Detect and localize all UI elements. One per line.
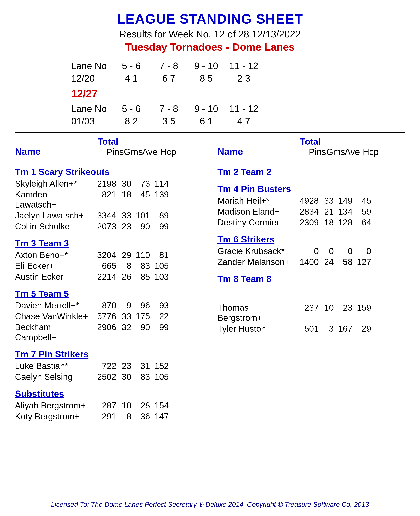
player-row: Eli Ecker+ 665 8 83 105 xyxy=(15,261,210,271)
page-title: LEAGUE STANDING SHEET xyxy=(15,11,405,27)
lane-group-3: 9 - 10 xyxy=(188,60,225,71)
left-teams: Tm 1 Scary Strikeouts Skyleigh Allen+* 2… xyxy=(15,167,210,428)
lane-no-label-2: Lane No xyxy=(71,103,112,114)
player-row: Skyleigh Allen+* 2198 30 73 114 xyxy=(15,178,210,189)
player-row: Zander Malanson+ 1400 24 58 127 xyxy=(218,257,405,267)
player-row: Koty Bergstrom+ 291 8 36 147 xyxy=(15,411,210,421)
vals-8: 4 7 xyxy=(225,116,262,127)
subtitle: Results for Week No. 12 of 28 12/13/2022 xyxy=(15,29,405,40)
player-row: Thomas Bergstrom+ 237 10 23 159 xyxy=(218,302,405,323)
player-row: Collin Schulke 2073 23 90 99 xyxy=(15,221,210,231)
team-subs-right: Thomas Bergstrom+ 237 10 23 159 Tyler Hu… xyxy=(218,291,405,334)
team-tm7-name: Tm 7 Pin Strikers xyxy=(15,349,210,359)
schedule-section-2: Lane No 5 - 6 7 - 8 9 - 10 11 - 12 01/03… xyxy=(71,103,405,127)
player-row: Kamden Lawatsch+ 821 18 45 139 xyxy=(15,189,210,210)
player-row: Davien Merrell+* 870 9 96 93 xyxy=(15,300,210,310)
col-total-left: Total xyxy=(98,136,176,147)
player-row: Chase VanWinkle+ 5776 33 175 22 xyxy=(15,311,210,321)
col-hcp-right: Hcp xyxy=(360,147,379,157)
team-tm2: Tm 2 Team 2 xyxy=(218,167,405,177)
subs-left-name: Substitutes xyxy=(15,389,210,399)
team-tm6: Tm 6 Strikers Gracie Krubsack* 0 0 0 0 Z… xyxy=(218,234,405,267)
col-ave-left: Ave xyxy=(139,147,158,157)
team-tm3: Tm 3 Team 3 Axton Beno+* 3204 29 110 81 … xyxy=(15,238,210,282)
player-row: Austin Ecker+ 2214 26 85 103 xyxy=(15,272,210,282)
col-hcp-left: Hcp xyxy=(158,147,176,157)
schedule-section-1: Lane No 5 - 6 7 - 8 9 - 10 11 - 12 12/20… xyxy=(71,60,405,84)
vals-1: 4 1 xyxy=(112,73,150,84)
lane-no-label-1: Lane No xyxy=(71,60,112,71)
team-tm6-name: Tm 6 Strikers xyxy=(218,234,405,244)
player-row: Gracie Krubsack* 0 0 0 0 xyxy=(218,246,405,256)
columns-header: Name Total Pins Gms Ave Hcp Name Total P… xyxy=(15,136,405,157)
lane-group-5: 5 - 6 xyxy=(112,103,150,114)
team-subs-left: Substitutes Aliyah Bergstrom+ 287 10 28 … xyxy=(15,389,210,421)
lane-group-1: 5 - 6 xyxy=(112,60,150,71)
team-tm1: Tm 1 Scary Strikeouts Skyleigh Allen+* 2… xyxy=(15,167,210,231)
player-row: Luke Bastian* 722 23 31 152 xyxy=(15,361,210,371)
col-ave-right: Ave xyxy=(341,147,360,157)
player-row: Madison Eland+ 2834 21 134 59 xyxy=(218,206,405,217)
col-pins-left: Pins xyxy=(98,147,124,157)
vals-6: 3 5 xyxy=(150,116,188,127)
subs-right-spacer xyxy=(218,291,405,301)
col-name-right: Name xyxy=(218,146,296,157)
team-tm2-name: Tm 2 Team 2 xyxy=(218,167,405,177)
vals-3: 8 5 xyxy=(188,73,225,84)
col-name-left: Name xyxy=(15,146,94,157)
teams-area: Tm 1 Scary Strikeouts Skyleigh Allen+* 2… xyxy=(15,167,405,428)
team-tm8: Tm 8 Team 8 xyxy=(218,274,405,284)
next-date: 12/27 xyxy=(71,88,405,100)
date-1220: 12/20 xyxy=(71,73,112,84)
vals-2: 6 7 xyxy=(150,73,188,84)
player-row: Jaelyn Lawatsch+ 3344 33 101 89 xyxy=(15,210,210,221)
league-name: Tuesday Tornadoes - Dome Lanes xyxy=(15,41,405,53)
col-gms-right: Gms xyxy=(326,147,341,157)
team-tm1-name: Tm 1 Scary Strikeouts xyxy=(15,167,210,177)
player-row: Destiny Cormier 2309 18 128 64 xyxy=(218,217,405,228)
footer: Licensed To: The Dome Lanes Perfect Secr… xyxy=(0,501,420,509)
divider-2 xyxy=(15,163,405,163)
lane-group-6: 7 - 8 xyxy=(150,103,188,114)
lane-group-7: 9 - 10 xyxy=(188,103,225,114)
lane-group-4: 11 - 12 xyxy=(225,60,262,71)
player-row: Beckham Campbell+ 2906 32 90 99 xyxy=(15,322,210,342)
player-row: Caelyn Selsing 2502 30 83 105 xyxy=(15,372,210,382)
col-gms-left: Gms xyxy=(124,147,139,157)
team-tm7: Tm 7 Pin Strikers Luke Bastian* 722 23 3… xyxy=(15,349,210,382)
right-teams: Tm 2 Team 2 Tm 4 Pin Busters Mariah Heil… xyxy=(210,167,405,428)
col-pins-right: Pins xyxy=(300,147,326,157)
team-tm4-name: Tm 4 Pin Busters xyxy=(218,184,405,194)
player-row: Aliyah Bergstrom+ 287 10 28 154 xyxy=(15,400,210,411)
player-row: Axton Beno+* 3204 29 110 81 xyxy=(15,250,210,260)
lane-group-2: 7 - 8 xyxy=(150,60,188,71)
team-tm8-name: Tm 8 Team 8 xyxy=(218,274,405,284)
vals-7: 6 1 xyxy=(188,116,225,127)
lane-group-8: 11 - 12 xyxy=(225,103,262,114)
vals-5: 8 2 xyxy=(112,116,150,127)
divider-1 xyxy=(15,132,405,133)
player-row: Tyler Huston 501 3 167 29 xyxy=(218,324,405,334)
team-tm3-name: Tm 3 Team 3 xyxy=(15,238,210,248)
team-tm5-name: Tm 5 Team 5 xyxy=(15,288,210,299)
player-row: Mariah Heil+* 4928 33 149 45 xyxy=(218,196,405,206)
col-total-right: Total xyxy=(300,136,379,147)
date-0103: 01/03 xyxy=(71,116,112,127)
vals-4: 2 3 xyxy=(225,73,262,84)
team-tm4: Tm 4 Pin Busters Mariah Heil+* 4928 33 1… xyxy=(218,184,405,228)
team-tm5: Tm 5 Team 5 Davien Merrell+* 870 9 96 93… xyxy=(15,288,210,342)
